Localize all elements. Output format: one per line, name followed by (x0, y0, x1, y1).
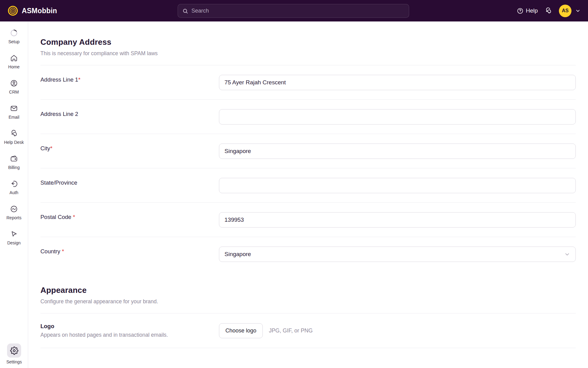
address-line-2-input[interactable] (219, 109, 576, 125)
cursor-icon (10, 230, 18, 238)
logo-label: Logo (40, 323, 219, 330)
section-subtitle: This is necessary for compliance with SP… (40, 50, 576, 57)
logo-description: Appears on hosted pages and in transacti… (40, 332, 219, 338)
wallet-icon (10, 155, 18, 163)
form-row-logo: Logo Appears on hosted pages and in tran… (40, 313, 576, 348)
field-label: State/Province (40, 179, 219, 186)
postal-code-input[interactable] (219, 212, 576, 228)
country-select[interactable]: Singapore (219, 247, 576, 262)
chevron-down-icon (575, 8, 581, 13)
user-circle-icon (10, 79, 18, 87)
form-row-address-line-2: Address Line 2 (40, 100, 576, 134)
help-label: Help (526, 7, 538, 14)
brand[interactable]: ASMobbin (7, 5, 57, 16)
settings-active-highlight[interactable] (7, 343, 21, 358)
sidebar-item-label: Auth (9, 190, 18, 195)
sidebar-item-label: Design (7, 240, 21, 245)
sidebar-item-billing[interactable]: Billing (0, 150, 28, 175)
sidebar-item-email[interactable]: Email (0, 99, 28, 125)
brand-logo-icon (7, 5, 18, 16)
sidebar-item-auth[interactable]: Auth (0, 175, 28, 200)
field-label: Postal Code * (40, 214, 219, 220)
field-label: City* (40, 145, 219, 152)
sidebar-item-settings[interactable]: Settings (0, 343, 28, 364)
sidebar-item-label: CRM (9, 90, 19, 94)
sidebar-item-reports[interactable]: Reports (0, 200, 28, 225)
envelope-icon (10, 104, 18, 113)
trend-circle-icon (10, 205, 18, 213)
chat-bubbles-icon (545, 7, 552, 15)
sidebar-item-label: Settings (6, 359, 22, 364)
sidebar-item-label: Billing (8, 165, 20, 170)
form-row-postal-code: Postal Code * (40, 203, 576, 237)
settings-page: Company Address This is necessary for co… (28, 21, 588, 348)
chevron-down-icon (564, 251, 570, 257)
sidebar-item-help-desk[interactable]: Help Desk (0, 125, 28, 150)
sidebar-item-design[interactable]: Design (0, 225, 28, 250)
required-asterisk: * (73, 214, 75, 220)
form-row-address-line-1: Address Line 1* (40, 65, 576, 100)
account-menu[interactable]: AS (559, 5, 581, 17)
form-row-country: Country * Singapore (40, 237, 576, 271)
search-input[interactable] (191, 8, 405, 14)
logo-file-hint: JPG, GIF, or PNG (269, 328, 313, 334)
state-province-input[interactable] (219, 178, 576, 193)
sidebar-item-crm[interactable]: CRM (0, 74, 28, 99)
appearance-subtitle: Configure the general appearance for you… (40, 298, 576, 305)
home-icon (10, 54, 18, 62)
sidebar-item-setup[interactable]: Setup (0, 24, 28, 49)
sidebar-item-home[interactable]: Home (0, 49, 28, 74)
global-search[interactable] (178, 4, 409, 18)
city-input[interactable] (219, 144, 576, 159)
page-title: Company Address (40, 37, 576, 47)
sidebar-item-label: Help Desk (4, 140, 24, 145)
form-row-state-province: State/Province (40, 168, 576, 203)
gear-icon (10, 347, 18, 355)
question-circle-icon (517, 7, 524, 14)
field-label: Address Line 2 (40, 111, 219, 117)
address-line-1-input[interactable] (219, 75, 576, 90)
sidebar: Setup Home CRM Email (0, 21, 28, 368)
topbar: ASMobbin Help (0, 0, 588, 21)
sidebar-item-label: Reports (6, 215, 21, 220)
required-asterisk: * (78, 76, 80, 83)
country-select-value: Singapore (224, 251, 251, 258)
sidebar-item-label: Setup (8, 39, 20, 44)
required-asterisk: * (50, 145, 52, 151)
chat-bubbles-icon (10, 129, 18, 138)
field-label: Country * (40, 248, 219, 255)
chat-button[interactable] (545, 7, 552, 15)
appearance-title: Appearance (40, 286, 576, 295)
form-row-city: City* (40, 134, 576, 168)
field-label: Address Line 1* (40, 76, 219, 83)
choose-logo-button[interactable]: Choose logo (219, 323, 263, 338)
sidebar-item-label: Home (8, 64, 20, 69)
brand-name: ASMobbin (22, 7, 57, 15)
help-button[interactable]: Help (517, 7, 538, 14)
search-icon (182, 8, 188, 14)
required-asterisk: * (62, 248, 64, 255)
avatar[interactable]: AS (559, 5, 571, 17)
progress-circle-icon (10, 29, 18, 37)
sidebar-item-label: Email (9, 115, 19, 120)
login-arrow-icon (10, 180, 18, 188)
